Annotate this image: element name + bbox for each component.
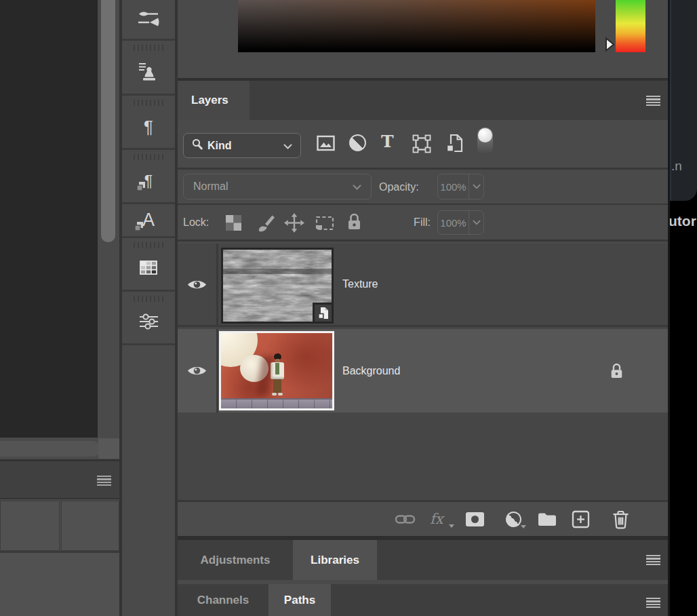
paths-panel-menu-icon[interactable] (646, 598, 660, 608)
left-panel-cell[interactable] (0, 501, 60, 551)
layers-list: Texture (178, 244, 668, 502)
hue-slider-pointer[interactable] (604, 37, 616, 55)
panel-button-properties[interactable] (122, 292, 175, 345)
lock-pixels-brush-icon[interactable] (257, 214, 275, 235)
filtering-toggle[interactable] (477, 128, 493, 155)
layer-thumbnail-background[interactable] (219, 331, 334, 410)
plus-square-icon (572, 510, 590, 528)
eye-icon[interactable] (186, 364, 207, 378)
blend-mode-dropdown[interactable]: Normal (183, 174, 372, 199)
chevron-down-icon (283, 140, 292, 152)
layer-row-texture[interactable]: Texture (178, 244, 668, 327)
add-layer-mask-button[interactable] (466, 502, 484, 536)
visibility-cell[interactable] (178, 329, 218, 412)
smart-object-page-icon (318, 307, 329, 320)
layers-tab-bar (178, 81, 668, 120)
tab-label: Channels (197, 594, 250, 607)
layer-name[interactable]: Texture (342, 244, 378, 325)
fill-label: Fill: (395, 205, 431, 239)
styles-squares-icon (134, 221, 144, 231)
filter-kind-label: Kind (207, 140, 283, 152)
scrollbar-corner (98, 438, 119, 459)
new-adjustment-layer-button[interactable] (506, 502, 521, 536)
tab-libraries[interactable]: Libraries (293, 540, 377, 580)
adjustment-layer-icon (506, 512, 521, 527)
tab-bar-channels-paths: Channels Paths (178, 584, 668, 616)
tab-paths[interactable]: Paths (268, 584, 331, 616)
tab-adjustments[interactable]: Adjustments (178, 540, 293, 580)
pavement (221, 398, 332, 408)
left-panel-cell[interactable] (61, 501, 119, 551)
libraries-panel-menu-icon[interactable] (646, 555, 660, 565)
panel-button-brush-settings[interactable] (122, 0, 175, 41)
vertical-scrollbar-thumb[interactable] (101, 0, 115, 242)
panel-button-clone-source[interactable] (122, 41, 175, 96)
link-layers-button[interactable] (395, 502, 416, 536)
collapsed-panels-column: ¶ ¶ A (122, 0, 175, 616)
opacity-value: 100% (438, 174, 469, 199)
left-panel-cell (0, 553, 119, 616)
hue-slider[interactable] (616, 0, 645, 52)
panel-button-character-styles[interactable]: A (122, 204, 175, 238)
filter-adjustment-layers-icon[interactable] (349, 134, 366, 151)
layers-tab-label: Layers (191, 94, 228, 107)
smart-object-badge (313, 303, 334, 324)
color-field[interactable] (238, 0, 595, 52)
tab-channels[interactable]: Channels (178, 584, 268, 616)
delete-layer-button[interactable] (612, 502, 630, 536)
fill-input[interactable]: 100% (437, 210, 484, 235)
background-photo (221, 333, 332, 408)
man-figure (268, 353, 286, 398)
opacity-label: Opacity: (379, 170, 419, 205)
layer-style-button[interactable]: fx (430, 502, 443, 536)
triangle-down-icon (449, 524, 454, 528)
panel-button-paragraph[interactable]: ¶ (122, 96, 175, 150)
new-layer-button[interactable] (572, 502, 590, 536)
panel-button-paragraph-styles[interactable]: ¶ (122, 150, 175, 204)
panel-grip (134, 242, 163, 248)
layer-thumbnail-texture[interactable] (221, 248, 334, 324)
background-window-text: .n (671, 159, 682, 174)
tab-label: Paths (284, 594, 315, 607)
chevron-down-icon[interactable] (469, 211, 483, 234)
paragraph-icon: ¶ (144, 118, 153, 136)
character-styles-icon: A (142, 210, 155, 230)
visibility-cell[interactable] (178, 244, 218, 325)
layers-panel-menu-icon[interactable] (646, 96, 660, 106)
layer-lock-icon[interactable] (610, 362, 624, 383)
tab-layers[interactable]: Layers (178, 81, 250, 120)
opacity-input[interactable]: 100% (437, 174, 484, 199)
filter-pixel-layers-icon[interactable] (317, 134, 335, 155)
photoshop-workspace: ¶ ¶ A (0, 0, 697, 616)
filter-kind-dropdown[interactable]: Kind (183, 133, 301, 158)
filter-type-layers-icon[interactable]: T (381, 132, 394, 152)
horizontal-scrollbar-thumb[interactable] (0, 441, 100, 457)
panel-menu-icon[interactable] (97, 476, 111, 486)
left-panel-header (0, 461, 119, 499)
trash-icon (612, 509, 630, 529)
filter-shape-layers-icon[interactable] (412, 134, 431, 156)
toggle-ball (478, 128, 492, 142)
folder-icon (537, 511, 557, 527)
panel-grip (134, 296, 163, 302)
chevron-down-icon (353, 180, 361, 193)
chevron-down-icon[interactable] (469, 174, 483, 199)
layer-row-background[interactable]: Background (178, 329, 668, 412)
lock-transparency-icon[interactable] (225, 214, 242, 234)
fill-value: 100% (438, 211, 469, 234)
layer-filter-row: Kind T (178, 120, 668, 170)
tab-label: Adjustments (201, 554, 271, 567)
panel-grip (134, 100, 163, 106)
fx-icon: fx (430, 511, 443, 527)
filter-smart-objects-icon[interactable] (445, 134, 464, 156)
panel-grip (134, 154, 163, 160)
blend-mode-value: Normal (193, 180, 228, 193)
lock-artboard-nesting-icon[interactable] (314, 214, 336, 235)
lock-position-icon[interactable] (284, 213, 304, 235)
panel-button-color-table[interactable] (122, 238, 175, 292)
layer-name[interactable]: Background (342, 329, 400, 412)
lock-all-icon[interactable] (346, 212, 362, 234)
eye-icon[interactable] (186, 277, 207, 292)
new-group-button[interactable] (537, 502, 557, 536)
color-table-icon (139, 260, 158, 278)
